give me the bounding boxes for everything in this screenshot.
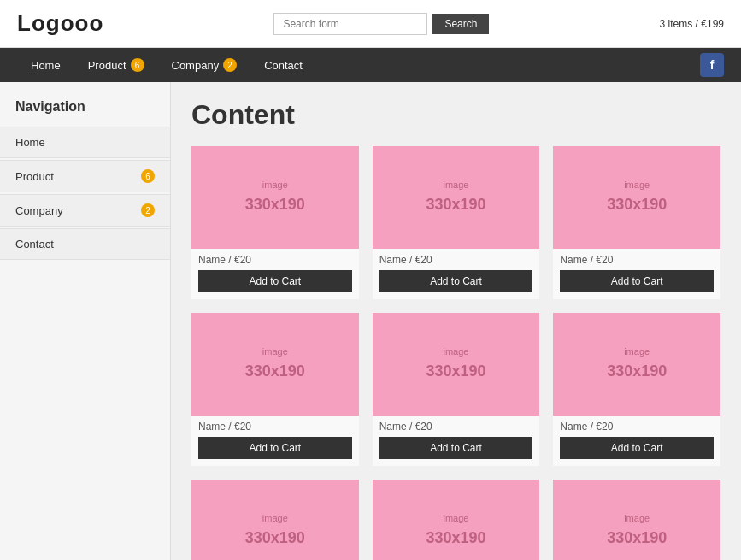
product-card: image 330x190 Name / €20 Add to Cart [553,313,720,466]
sidebar: Navigation Home Product 6 Company 2 Cont… [0,82,171,560]
cart-info: 3 items / €199 [660,18,724,30]
product-image-size: 330x190 [426,192,485,217]
product-image: image 330x190 [373,313,540,416]
nav-item-home[interactable]: Home [17,49,74,82]
nav-badge-product: 6 [131,58,144,72]
sidebar-item-company-label: Company [15,204,63,217]
add-to-cart-button[interactable]: Add to Cart [560,437,714,459]
product-image-label: image [624,345,650,360]
product-card: image 330x190 Name / €20 Add to Cart [373,480,540,560]
product-info: Name / €20 Add to Cart [191,249,359,299]
header: Logooo Search 3 items / €199 [0,0,741,48]
product-image: image 330x190 [553,480,720,560]
add-to-cart-button[interactable]: Add to Cart [198,270,352,292]
product-image-label: image [624,511,650,527]
product-image-label: image [262,178,288,193]
product-card: image 330x190 Name / €20 Add to Cart [553,146,720,299]
product-info: Name / €20 Add to Cart [373,249,540,299]
search-button[interactable]: Search [432,14,489,34]
product-image-size: 330x190 [245,192,305,217]
add-to-cart-button[interactable]: Add to Cart [379,437,533,459]
product-info: Name / €20 Add to Cart [373,416,540,466]
product-name: Name / €20 [560,421,714,433]
product-card: image 330x190 Name / €20 Add to Cart [553,480,720,560]
product-card: image 330x190 Name / €20 Add to Cart [191,480,359,560]
sidebar-title: Navigation [0,99,170,127]
nav-item-contact[interactable]: Contact [250,49,316,82]
product-card: image 330x190 Name / €20 Add to Cart [191,146,359,299]
product-image-label: image [624,178,650,193]
product-card: image 330x190 Name / €20 Add to Cart [373,146,540,299]
product-name: Name / €20 [379,421,533,433]
nav-badge-company: 2 [223,58,237,72]
product-image: image 330x190 [373,480,540,560]
product-image: image 330x190 [373,146,540,249]
products-grid: image 330x190 Name / €20 Add to Cart ima… [191,146,720,560]
sidebar-item-company[interactable]: Company 2 [0,194,170,227]
product-image: image 330x190 [553,146,720,249]
product-name: Name / €20 [560,254,714,266]
product-image: image 330x190 [191,480,359,560]
add-to-cart-button[interactable]: Add to Cart [379,270,533,292]
sidebar-badge-product: 6 [141,169,155,183]
sidebar-item-product[interactable]: Product 6 [0,160,170,192]
product-image-label: image [444,345,469,360]
product-image-label: image [444,511,469,527]
sidebar-item-home-label: Home [15,136,45,149]
product-info: Name / €20 Add to Cart [553,416,720,466]
sidebar-item-product-label: Product [15,170,54,183]
product-info: Name / €20 Add to Cart [191,416,359,466]
sidebar-item-contact-label: Contact [15,238,54,251]
product-image-size: 330x190 [607,192,667,217]
product-image-label: image [262,345,288,360]
search-input[interactable] [273,13,427,35]
nav-item-company[interactable]: Company 2 [158,48,251,82]
product-image-label: image [444,178,469,193]
sidebar-item-home[interactable]: Home [0,127,170,158]
content-area: Content image 330x190 Name / €20 Add to … [171,82,741,560]
sidebar-item-contact[interactable]: Contact [0,228,170,260]
product-name: Name / €20 [198,254,352,266]
product-image-size: 330x190 [245,526,305,551]
product-card: image 330x190 Name / €20 Add to Cart [191,313,359,466]
product-image: image 330x190 [191,146,359,249]
product-name: Name / €20 [379,254,533,266]
nav-bar: Home Product 6 Company 2 Contact f [0,48,741,82]
product-image-size: 330x190 [426,359,485,384]
nav-items: Home Product 6 Company 2 Contact [17,48,316,82]
product-card: image 330x190 Name / €20 Add to Cart [373,313,540,466]
product-image-size: 330x190 [607,526,667,551]
facebook-icon[interactable]: f [700,53,724,77]
product-image: image 330x190 [553,313,720,416]
product-image-size: 330x190 [426,526,485,551]
add-to-cart-button[interactable]: Add to Cart [198,437,352,459]
product-name: Name / €20 [198,421,352,433]
content-title: Content [191,99,720,131]
logo: Logooo [17,10,103,37]
product-image-size: 330x190 [607,359,667,384]
main-content: Navigation Home Product 6 Company 2 Cont… [0,82,741,560]
product-info: Name / €20 Add to Cart [553,249,720,299]
add-to-cart-button[interactable]: Add to Cart [560,270,714,292]
search-area: Search [273,13,489,35]
product-image: image 330x190 [191,313,359,416]
product-image-label: image [262,511,288,527]
product-image-size: 330x190 [245,359,305,384]
sidebar-badge-company: 2 [141,203,155,217]
nav-item-product[interactable]: Product 6 [74,48,158,82]
